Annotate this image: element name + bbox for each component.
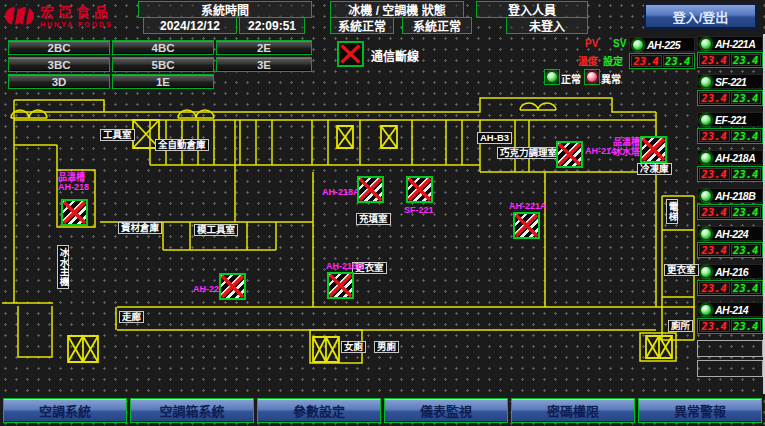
equipment-comm-error-marker[interactable] [640,136,667,163]
bottom-nav-button[interactable]: 密碼權限 [511,398,635,423]
equipment-comm-error-marker[interactable] [357,176,384,203]
equipment-label: AH-218B [326,261,364,271]
equipment-comm-error-marker[interactable] [219,273,246,300]
hmi-screen: 宏亞食品 HUNYA FOODS 系統時間 2024/12/12 22:09:5… [0,0,765,426]
equipment-comm-error-marker[interactable] [327,272,354,299]
bottom-nav-button[interactable]: 異常警報 [638,398,762,423]
bottom-nav-button[interactable]: 儀表監視 [384,398,508,423]
equipment-label: 品溫槽 AH-218 [58,172,89,193]
bottom-nav-button[interactable]: 參數設定 [257,398,381,423]
equipment-comm-error-marker[interactable] [513,212,540,239]
equipment-label: AH-218A [322,187,360,197]
bottom-nav-button[interactable]: 空調箱系統 [130,398,254,423]
equipment-label: AH-221A [509,201,547,211]
equipment-label: SF-221 [404,205,434,215]
equipment-comm-error-marker[interactable] [406,176,433,203]
equipment-markers: 品溫槽 AH-218 AH-218A SF-221 AH-214 [0,0,765,426]
equipment-comm-error-marker[interactable] [61,199,88,226]
bottom-nav-button[interactable]: 空調系統 [3,398,127,423]
bottom-nav: 空調系統 空調箱系統 參數設定 儀表監視 密碼權限 異常警報 [3,398,762,423]
equipment-label: AH-214 [585,146,616,156]
equipment-comm-error-marker[interactable] [556,141,583,168]
equipment-label: 品溫槽 冰水塔 [613,137,640,158]
